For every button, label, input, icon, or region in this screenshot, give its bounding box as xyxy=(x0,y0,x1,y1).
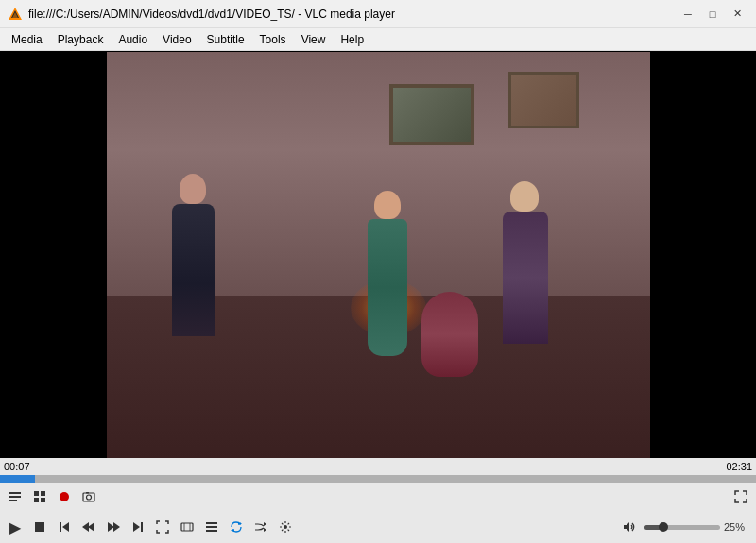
snapshot-button[interactable] xyxy=(77,485,100,508)
loop-button[interactable] xyxy=(225,516,248,538)
svg-rect-27 xyxy=(206,526,217,528)
svg-marker-17 xyxy=(88,522,94,532)
svg-rect-3 xyxy=(9,492,21,494)
menu-media[interactable]: Media xyxy=(4,31,50,48)
svg-rect-6 xyxy=(34,491,39,496)
menu-playback[interactable]: Playback xyxy=(50,31,112,48)
time-row: 00:07 02:31 xyxy=(0,458,756,475)
svg-marker-31 xyxy=(264,522,266,526)
minimize-button[interactable]: ─ xyxy=(677,5,699,24)
svg-marker-20 xyxy=(113,522,120,532)
video-frame xyxy=(107,52,650,458)
menu-view[interactable]: View xyxy=(294,31,334,48)
playlist-view-button[interactable] xyxy=(200,516,223,538)
skip-fwd-button[interactable] xyxy=(102,516,125,538)
figure-crouching xyxy=(421,292,478,377)
title-bar: file:///C:/Users/ADMIN/Videos/dvd1/dvd1/… xyxy=(0,0,756,28)
svg-rect-7 xyxy=(41,491,45,496)
picture-frame-1 xyxy=(389,84,474,145)
controls-row-2: ▶ xyxy=(0,511,756,543)
fullscreen-button[interactable] xyxy=(151,516,174,538)
volume-slider[interactable] xyxy=(644,525,720,530)
svg-rect-26 xyxy=(206,522,217,524)
svg-marker-21 xyxy=(133,522,140,532)
video-area[interactable] xyxy=(0,51,756,458)
svg-rect-14 xyxy=(35,522,44,532)
record-button[interactable] xyxy=(53,485,76,508)
controls-area: 00:07 02:31 ▶ xyxy=(0,458,756,543)
maximize-button[interactable]: □ xyxy=(701,5,724,24)
menu-help[interactable]: Help xyxy=(333,31,371,48)
controls-row-1 xyxy=(0,483,756,511)
svg-point-10 xyxy=(60,492,69,501)
svg-point-33 xyxy=(284,525,287,529)
svg-point-12 xyxy=(87,495,92,500)
stop-button[interactable] xyxy=(28,516,51,538)
svg-rect-16 xyxy=(60,522,61,532)
menu-video[interactable]: Video xyxy=(155,31,198,48)
svg-rect-8 xyxy=(34,498,39,502)
menu-audio[interactable]: Audio xyxy=(111,31,155,48)
skip-back-button[interactable] xyxy=(77,516,100,538)
close-button[interactable]: ✕ xyxy=(726,5,748,24)
next-button[interactable] xyxy=(127,516,149,538)
volume-knob[interactable] xyxy=(659,522,668,532)
figure-right-head xyxy=(510,181,539,212)
svg-marker-32 xyxy=(264,528,266,532)
figure-teal-dress xyxy=(368,219,407,356)
extended-settings-button[interactable] xyxy=(28,485,51,508)
figure-teal-head xyxy=(374,191,401,219)
volume-label: 25% xyxy=(724,521,752,533)
toggle-playlist-button[interactable] xyxy=(4,485,26,508)
random-button[interactable] xyxy=(249,516,272,538)
menu-bar: Media Playback Audio Video Subtitle Tool… xyxy=(0,28,756,51)
window-title: file:///C:/Users/ADMIN/Videos/dvd1/dvd1/… xyxy=(28,8,677,21)
menu-subtitle[interactable]: Subtitle xyxy=(199,31,252,48)
figure-right-standing xyxy=(503,212,548,344)
mute-button[interactable] xyxy=(618,516,641,538)
svg-rect-13 xyxy=(86,492,89,494)
svg-rect-23 xyxy=(181,523,193,531)
svg-rect-5 xyxy=(9,500,17,501)
svg-marker-34 xyxy=(624,522,629,532)
progress-bar[interactable] xyxy=(0,475,756,483)
menu-tools[interactable]: Tools xyxy=(252,31,294,48)
time-elapsed: 00:07 xyxy=(4,461,30,472)
figure-man-dark-suit xyxy=(172,204,215,336)
play-button[interactable]: ▶ xyxy=(4,516,26,538)
svg-rect-22 xyxy=(141,522,143,532)
picture-frame-2 xyxy=(508,72,579,128)
svg-marker-19 xyxy=(108,522,114,532)
svg-marker-15 xyxy=(62,522,69,532)
svg-rect-4 xyxy=(9,496,21,498)
progress-fill xyxy=(0,475,35,483)
svg-rect-11 xyxy=(83,493,94,501)
prev-button[interactable] xyxy=(53,516,76,538)
fullscreen-button-right[interactable] xyxy=(730,485,752,508)
volume-section: 25% xyxy=(618,516,752,538)
window-controls: ─ □ ✕ xyxy=(677,5,748,24)
svg-rect-9 xyxy=(41,498,45,502)
figure-man-head xyxy=(180,174,206,204)
svg-rect-28 xyxy=(206,530,217,532)
aspect-ratio-button[interactable] xyxy=(176,516,198,538)
vlc-icon xyxy=(8,7,23,22)
svg-marker-18 xyxy=(82,522,89,532)
time-total: 02:31 xyxy=(726,461,752,472)
video-scene xyxy=(107,52,650,458)
extended-button[interactable] xyxy=(274,516,297,538)
